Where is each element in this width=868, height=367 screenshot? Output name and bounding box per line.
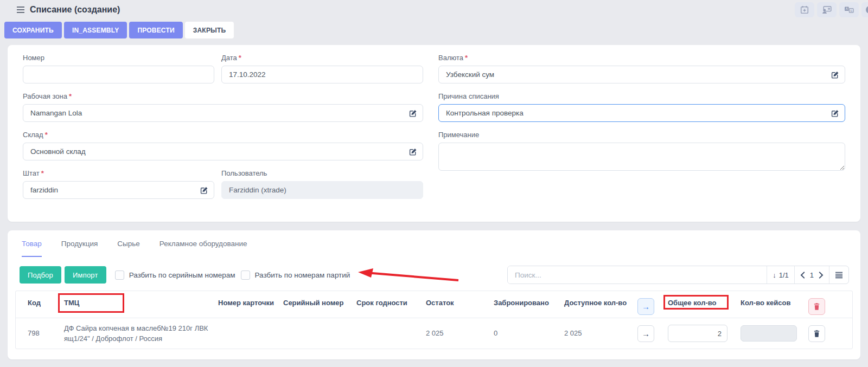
row-balance: 2 025 — [426, 328, 494, 339]
items-tabs: Товар Продукция Сырье Рекламное оборудов… — [15, 230, 853, 257]
select-items-button[interactable]: Подбор — [20, 266, 61, 284]
row-code: 798 — [16, 328, 64, 339]
close-button[interactable]: ЗАКРЫТЬ — [185, 22, 234, 38]
prev-page-icon[interactable] — [800, 272, 805, 279]
page-title: Списание (создание) — [30, 5, 120, 15]
col-serial-number: Серийный номер — [283, 298, 356, 308]
col-item: ТМЦ — [64, 298, 218, 308]
row-reserved: 0 — [494, 328, 564, 339]
col-available: Доступное кол-во — [564, 298, 637, 308]
svg-text:Б: Б — [850, 9, 852, 12]
split-by-batch-label: Разбить по номерам партий — [255, 271, 350, 279]
split-by-serial-checkbox[interactable] — [115, 271, 124, 280]
edit-icon[interactable] — [409, 147, 417, 156]
rows-per-page-control[interactable]: ↓ 1/1 — [767, 266, 794, 284]
table-search-bar: ↓ 1/1 1 — [507, 266, 849, 284]
note-label: Примечание — [438, 131, 845, 139]
calendar-plus-icon[interactable] — [795, 2, 814, 17]
split-by-serial-label: Разбить по серийным номерам — [129, 271, 235, 279]
col-card-number: Номер карточки — [218, 298, 283, 308]
date-label: Дата* — [221, 54, 423, 62]
col-reserved: Забронировано — [494, 298, 564, 308]
edit-icon[interactable] — [409, 109, 417, 117]
page-of-total: 1/1 — [779, 271, 789, 279]
required-mark: * — [239, 54, 241, 62]
tab-produkciya[interactable]: Продукция — [61, 240, 98, 257]
row-available: 2 025 — [564, 328, 637, 339]
items-toolbar: Подбор Импорт Разбить по серийным номера… — [15, 266, 853, 284]
presentation-user-icon[interactable] — [817, 2, 837, 17]
tab-tovar[interactable]: Товар — [22, 240, 42, 257]
annotation-arrow-icon — [358, 267, 461, 282]
in-assembly-button[interactable]: IN_ASSEMBLY — [64, 22, 127, 38]
warehouse-label: Склад* — [23, 131, 423, 139]
next-page-icon[interactable] — [819, 272, 824, 279]
currency-label: Валюта* — [438, 54, 845, 62]
pagination: 1 — [794, 266, 829, 284]
save-button[interactable]: СОХРАНИТЬ — [4, 22, 62, 38]
table-row: 798 ДФ Сайра копченая в маслеб№19 210г Л… — [16, 318, 852, 349]
edit-icon[interactable] — [831, 109, 839, 117]
items-card: Товар Продукция Сырье Рекламное оборудов… — [8, 230, 860, 359]
topbar: Списание (создание) AБ ? — [0, 0, 868, 20]
col-code: Код — [16, 298, 64, 308]
required-mark: * — [465, 54, 468, 62]
col-balance: Остаток — [426, 298, 494, 308]
number-input[interactable] — [23, 66, 214, 83]
date-input[interactable] — [221, 66, 423, 83]
writeoff-reason-input[interactable] — [438, 104, 845, 122]
number-label: Номер — [23, 54, 214, 62]
delete-all-button[interactable] — [808, 298, 825, 315]
required-mark: * — [69, 92, 72, 100]
edit-icon[interactable] — [831, 70, 839, 79]
delete-row-button[interactable] — [808, 325, 825, 342]
user-field — [221, 181, 423, 199]
move-row-button[interactable]: → — [637, 325, 654, 342]
required-mark: * — [41, 169, 44, 177]
user-label: Пользователь — [221, 169, 423, 177]
staff-label: Штат* — [23, 169, 214, 177]
col-cases-qty: Кол-во кейсов — [741, 298, 808, 308]
table-menu-icon[interactable] — [829, 266, 848, 284]
col-expiry: Срок годности — [356, 298, 426, 308]
table-header-row: Код ТМЦ Номер карточки Серийный номер Ср… — [16, 291, 852, 318]
import-button[interactable]: Импорт — [65, 266, 106, 284]
tab-reklamnoe-oborudovanie[interactable]: Рекламное оборудование — [159, 240, 247, 257]
writeoff-reason-label: Причина списания — [438, 92, 845, 100]
post-button[interactable]: ПРОВЕСТИ — [129, 22, 182, 38]
currency-input[interactable] — [438, 66, 845, 83]
col-total-qty: Общее кол-во — [668, 298, 741, 308]
warehouse-input[interactable] — [23, 143, 423, 160]
current-page: 1 — [810, 271, 814, 279]
edit-icon[interactable] — [200, 186, 208, 194]
row-item-name: ДФ Сайра копченая в маслеб№19 210г ЛВК я… — [64, 323, 218, 344]
cases-qty-input — [741, 325, 797, 342]
action-button-row: СОХРАНИТЬ IN_ASSEMBLY ПРОВЕСТИ ЗАКРЫТЬ — [0, 20, 868, 45]
total-qty-input[interactable] — [668, 325, 727, 342]
move-all-button[interactable]: → — [637, 298, 654, 315]
required-mark: * — [45, 131, 48, 139]
menu-icon[interactable] — [16, 6, 25, 14]
help-icon[interactable]: ? — [861, 2, 868, 17]
tab-syrye[interactable]: Сырье — [117, 240, 140, 257]
work-zone-input[interactable] — [23, 104, 423, 122]
search-input[interactable] — [508, 266, 767, 284]
work-zone-label: Рабочая зона* — [23, 92, 423, 100]
note-textarea[interactable] — [438, 143, 845, 171]
items-table: Код ТМЦ Номер карточки Серийный номер Ср… — [15, 291, 853, 349]
staff-input[interactable] — [23, 181, 214, 199]
document-form-card: Номер Дата* Рабочая зона* — [8, 45, 860, 222]
download-arrow-icon: ↓ — [773, 271, 776, 279]
translate-icon[interactable]: AБ — [839, 2, 859, 17]
split-by-batch-checkbox[interactable] — [241, 271, 250, 280]
